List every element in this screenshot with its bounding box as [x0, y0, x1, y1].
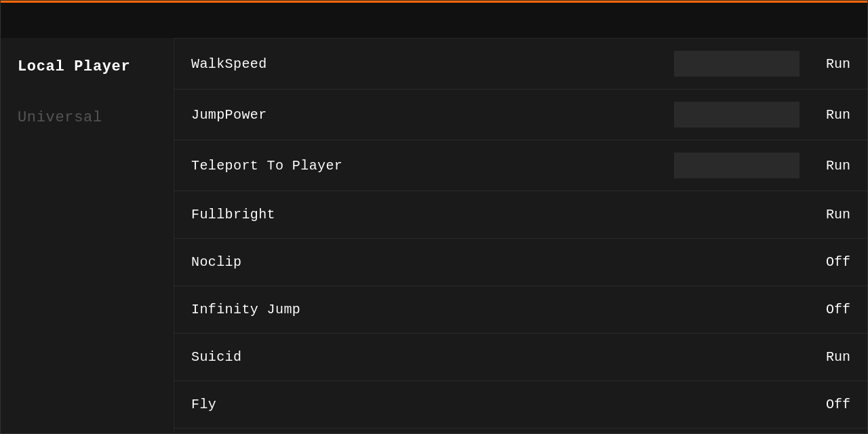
feature-input-teleport-to-player[interactable] [674, 153, 800, 178]
feature-name-fly: Fly [191, 397, 216, 412]
feature-row-walkspeed: WalkSpeedRun [174, 38, 867, 90]
feature-row-teleport-to-player: Teleport To PlayerRun [174, 140, 867, 191]
feature-row-noclip: NoclipOff [174, 239, 867, 286]
feature-row-jumppower: JumpPowerRun [174, 90, 867, 140]
content-area: Local PlayerUniversal WalkSpeedRunJumpPo… [1, 38, 867, 433]
feature-row-fly: FlyOff [174, 381, 867, 429]
feature-status-teleport-to-player[interactable]: Run [810, 158, 850, 174]
feature-status-fly[interactable]: Off [810, 397, 850, 412]
feature-right-suicid: Run [810, 349, 850, 365]
feature-status-noclip[interactable]: Off [810, 254, 850, 270]
feature-status-infinity-jump[interactable]: Off [810, 302, 850, 317]
feature-input-jumppower[interactable] [674, 102, 800, 127]
feature-row-fullbright: FullbrightRun [174, 191, 867, 239]
feature-name-walkspeed: WalkSpeed [191, 56, 267, 72]
feature-right-jumppower: Run [674, 102, 850, 127]
feature-right-walkspeed: Run [674, 51, 850, 77]
feature-name-noclip: Noclip [191, 254, 241, 270]
feature-name-teleport-to-player: Teleport To Player [191, 158, 342, 174]
feature-name-fullbright: Fullbright [191, 207, 275, 222]
feature-row-infinity-jump: Infinity JumpOff [174, 286, 867, 334]
titlebar [1, 1, 867, 38]
feature-status-jumppower[interactable]: Run [810, 107, 850, 123]
feature-status-suicid[interactable]: Run [810, 349, 850, 365]
sidebar: Local PlayerUniversal [1, 38, 174, 433]
feature-right-infinity-jump: Off [810, 302, 850, 317]
main-window: Local PlayerUniversal WalkSpeedRunJumpPo… [0, 0, 868, 434]
feature-right-noclip: Off [810, 254, 850, 270]
feature-name-infinity-jump: Infinity Jump [191, 302, 300, 317]
feature-name-suicid: Suicid [191, 349, 241, 365]
sidebar-item-local-player[interactable]: Local Player [7, 52, 167, 82]
feature-input-walkspeed[interactable] [674, 51, 800, 77]
feature-right-fly: Off [810, 397, 850, 412]
feature-right-fullbright: Run [810, 207, 850, 222]
feature-name-jumppower: JumpPower [191, 107, 267, 123]
feature-right-teleport-to-player: Run [674, 153, 850, 178]
feature-row-suicid: SuicidRun [174, 334, 867, 381]
feature-status-fullbright[interactable]: Run [810, 207, 850, 222]
sidebar-item-universal[interactable]: Universal [7, 102, 167, 133]
feature-list: WalkSpeedRunJumpPowerRunTeleport To Play… [174, 38, 867, 433]
feature-status-walkspeed[interactable]: Run [810, 56, 850, 72]
